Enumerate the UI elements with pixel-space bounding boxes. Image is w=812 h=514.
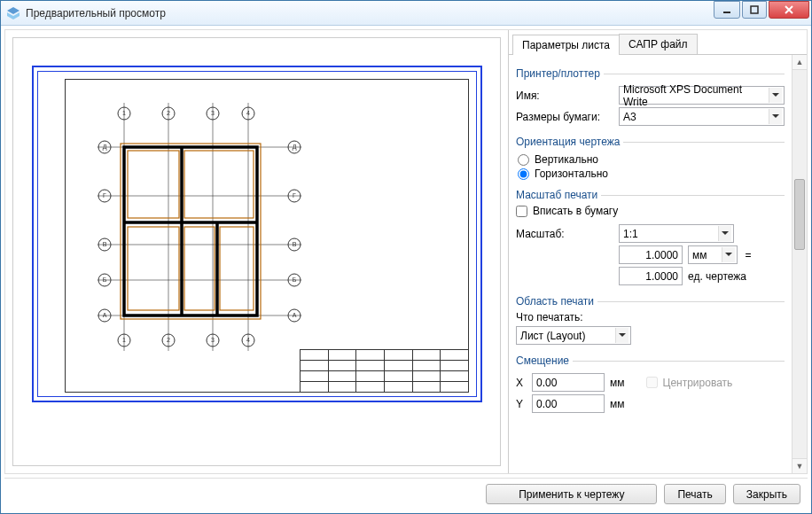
preview-dialog-window: Предварительный просмотр [0, 0, 812, 514]
printer-name-value: Microsoft XPS Document Write [623, 83, 769, 108]
chevron-down-icon [769, 109, 782, 124]
svg-rect-1 [751, 6, 758, 13]
orientation-horizontal-radio[interactable]: Горизонтально [518, 167, 785, 180]
fit-paper-check[interactable]: Вписать в бумагу [516, 205, 785, 217]
svg-text:Г: Г [293, 192, 296, 199]
svg-rect-0 [723, 12, 730, 13]
svg-text:Б: Б [103, 276, 107, 283]
panel-scrollbar[interactable]: ▲ ▼ [792, 55, 807, 473]
offset-y-unit: мм [610, 398, 625, 410]
scroll-down-icon[interactable]: ▼ [792, 458, 807, 473]
svg-text:3: 3 [211, 337, 215, 343]
scale-bottom-input[interactable] [619, 267, 683, 285]
center-input [646, 377, 658, 388]
chevron-down-icon [769, 88, 782, 103]
svg-text:В: В [103, 241, 107, 247]
svg-text:4: 4 [246, 337, 250, 343]
offset-x-label: X [516, 377, 527, 389]
drawing-frame: 1234 1234 ДГВБА ДГВБА [65, 79, 469, 393]
fit-paper-label: Вписать в бумагу [533, 205, 618, 217]
drawing-units-label: ед. чертежа [688, 270, 746, 283]
scale-unit-combo[interactable]: мм [688, 245, 738, 264]
scale-unit-value: мм [692, 249, 707, 261]
orientation-vertical-radio[interactable]: Вертикально [518, 153, 785, 166]
svg-text:2: 2 [167, 110, 170, 116]
group-orientation-title: Ориентация чертежа [516, 136, 623, 148]
svg-rect-52 [128, 151, 179, 218]
center-check: Центрировать [646, 377, 733, 389]
print-button[interactable]: Печать [664, 484, 725, 504]
group-orientation: Ориентация чертежа Вертикально Горизонта… [516, 136, 785, 182]
plot-what-combo[interactable]: Лист (Layout) [516, 326, 631, 345]
scale-top-input[interactable] [619, 245, 683, 264]
svg-text:Д: Д [103, 144, 107, 151]
equals-label: = [743, 249, 753, 261]
svg-text:3: 3 [211, 110, 215, 116]
group-plot-area: Область печати Что печатать: Лист (Layou… [516, 295, 785, 347]
close-button[interactable] [769, 1, 809, 19]
paper-size-combo[interactable]: A3 [619, 107, 785, 126]
chevron-down-icon [722, 247, 735, 262]
preview-pane: 1234 1234 ДГВБА ДГВБА [5, 30, 509, 473]
svg-text:Д: Д [293, 144, 297, 151]
svg-rect-47 [124, 147, 257, 315]
chevron-down-icon [718, 226, 731, 241]
scroll-up-icon[interactable]: ▲ [792, 55, 807, 70]
radio-vertical-input[interactable] [518, 154, 529, 166]
radio-horizontal-input[interactable] [518, 168, 529, 180]
group-scale-title: Масштаб печати [516, 189, 601, 201]
orientation-horizontal-label: Горизонтально [535, 167, 608, 180]
group-printer: Принтер/плоттер Имя: Microsoft XPS Docum… [516, 67, 785, 128]
svg-text:1: 1 [122, 110, 126, 116]
plot-what-value: Лист (Layout) [520, 330, 585, 342]
chevron-down-icon [615, 328, 629, 343]
tab-sheet-params[interactable]: Параметры листа [512, 35, 620, 55]
group-offset-title: Смещение [516, 354, 573, 367]
printer-name-label: Имя: [516, 90, 613, 102]
svg-text:А: А [103, 312, 107, 318]
offset-y-input[interactable] [532, 394, 605, 413]
maximize-button[interactable] [742, 1, 767, 19]
paper-size-value: A3 [623, 111, 636, 123]
settings-panel: Параметры листа САПР файл Принтер/плотте… [509, 30, 807, 473]
svg-rect-53 [184, 151, 254, 218]
offset-x-input[interactable] [532, 373, 605, 392]
dialog-footer: Применить к чертежу Печать Закрыть [4, 478, 808, 510]
plot-what-label: Что печатать: [516, 311, 785, 323]
svg-rect-51 [121, 144, 261, 319]
minimize-button[interactable] [714, 1, 740, 19]
svg-text:4: 4 [246, 110, 250, 116]
orientation-vertical-label: Вертикально [535, 153, 598, 166]
svg-text:2: 2 [167, 337, 170, 343]
group-plot-area-title: Область печати [516, 295, 597, 308]
dialog-close-button[interactable]: Закрыть [733, 484, 800, 504]
printer-name-combo[interactable]: Microsoft XPS Document Write [619, 86, 785, 105]
preview-canvas[interactable]: 1234 1234 ДГВБА ДГВБА [12, 37, 501, 466]
svg-text:Г: Г [103, 192, 106, 199]
scroll-thumb[interactable] [794, 179, 805, 250]
scale-value: 1:1 [623, 228, 638, 240]
group-printer-title: Принтер/плоттер [516, 67, 604, 80]
tab-cad-file[interactable]: САПР файл [619, 34, 698, 54]
offset-x-unit: мм [610, 377, 625, 389]
titlebar[interactable]: Предварительный просмотр [1, 1, 811, 26]
tab-strip: Параметры листа САПР файл [509, 30, 807, 55]
app-icon [6, 6, 20, 20]
fit-paper-input[interactable] [516, 206, 527, 217]
apply-button[interactable]: Применить к чертежу [486, 484, 657, 504]
paper-size-label: Размеры бумаги: [516, 111, 613, 123]
svg-text:А: А [293, 312, 297, 318]
svg-rect-55 [184, 227, 215, 310]
group-offset: Смещение X мм Центрировать [516, 354, 785, 416]
group-scale: Масштаб печати Вписать в бумагу Масштаб:… [516, 189, 785, 288]
svg-text:1: 1 [122, 337, 126, 343]
floor-plan-drawing: 1234 1234 ДГВБА ДГВБА [80, 94, 319, 360]
svg-rect-54 [128, 227, 179, 310]
scale-combo[interactable]: 1:1 [619, 224, 734, 243]
svg-text:В: В [293, 241, 297, 247]
sheet-boundary: 1234 1234 ДГВБА ДГВБА [32, 66, 482, 402]
offset-y-label: Y [516, 398, 527, 410]
svg-text:Б: Б [293, 276, 297, 283]
window-title: Предварительный просмотр [26, 7, 714, 19]
center-label: Центрировать [663, 377, 733, 389]
